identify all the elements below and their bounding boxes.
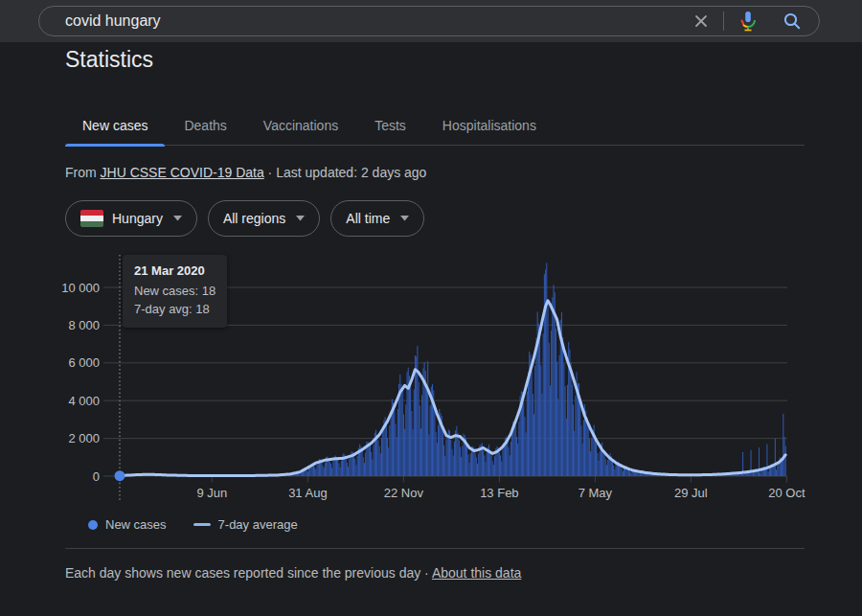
svg-text:9 Jun: 9 Jun [196, 486, 227, 500]
chart-legend: New cases 7-day average [88, 517, 298, 532]
country-filter-button[interactable]: Hungary [65, 200, 197, 237]
tab-hospitalisations[interactable]: Hospitalisations [425, 105, 554, 146]
legend-dot-icon [88, 520, 98, 530]
statistics-tabs: New cases Deaths Vaccinations Tests Hosp… [65, 105, 805, 146]
legend-item-7day-average: 7-day average [193, 517, 298, 532]
hungary-flag-icon [80, 210, 103, 227]
time-range-filter-button[interactable]: All time [330, 200, 424, 237]
svg-text:4 000: 4 000 [68, 394, 100, 408]
svg-text:6 000: 6 000 [68, 355, 100, 370]
footer-text: Each day shows new cases reported since … [65, 565, 420, 581]
region-filter-label: All regions [223, 211, 285, 226]
chevron-down-icon [400, 216, 409, 221]
microphone-icon[interactable] [737, 10, 760, 33]
tab-deaths[interactable]: Deaths [167, 105, 243, 146]
svg-text:2 000: 2 000 [68, 431, 100, 445]
svg-text:31 Aug: 31 Aug [288, 486, 328, 500]
filter-bar: Hungary All regions All time [65, 200, 424, 237]
source-line: From JHU CSSE COVID-19 Data · Last updat… [65, 165, 426, 180]
legend-new-cases-label: New cases [105, 517, 167, 532]
search-pill[interactable] [38, 6, 820, 36]
svg-text:22 Nov: 22 Nov [384, 486, 424, 500]
footer-separator: · [424, 565, 429, 581]
source-link[interactable]: JHU CSSE COVID-19 Data [101, 165, 264, 180]
tab-new-cases[interactable]: New cases [65, 105, 165, 146]
topbar [0, 0, 862, 42]
time-range-filter-label: All time [346, 211, 390, 226]
clear-icon[interactable] [692, 11, 711, 31]
country-filter-label: Hungary [112, 211, 163, 226]
tooltip-7day-avg: 7-day avg: 18 [134, 300, 216, 318]
section-divider [65, 548, 805, 549]
tooltip-date: 21 Mar 2020 [134, 263, 216, 278]
searchbar-divider [723, 11, 724, 31]
search-input[interactable] [39, 12, 692, 30]
svg-text:10 000: 10 000 [61, 281, 100, 295]
about-this-data-link[interactable]: About this data [432, 565, 521, 581]
legend-line-icon [193, 523, 211, 526]
legend-item-new-cases: New cases [88, 517, 167, 532]
svg-text:7 May: 7 May [578, 486, 613, 500]
chevron-down-icon [296, 216, 305, 221]
tab-tests[interactable]: Tests [357, 105, 423, 146]
svg-text:29 Jul: 29 Jul [674, 486, 708, 500]
svg-text:0: 0 [93, 469, 100, 484]
tooltip-new-cases: New cases: 18 [134, 282, 216, 300]
chart-tooltip: 21 Mar 2020 New cases: 18 7-day avg: 18 [123, 255, 227, 328]
svg-text:8 000: 8 000 [68, 318, 100, 332]
chevron-down-icon [173, 216, 182, 221]
page-title: Statistics [65, 47, 153, 73]
tab-vaccinations[interactable]: Vaccinations [246, 105, 355, 146]
legend-7day-average-label: 7-day average [218, 517, 298, 532]
search-icon[interactable] [781, 10, 804, 33]
source-prefix: From [65, 165, 101, 180]
source-suffix: · Last updated: 2 days ago [264, 165, 427, 180]
region-filter-button[interactable]: All regions [208, 200, 320, 237]
svg-text:20 Oct: 20 Oct [768, 486, 805, 500]
footer-note: Each day shows new cases reported since … [65, 565, 521, 581]
svg-text:13 Feb: 13 Feb [480, 486, 518, 500]
